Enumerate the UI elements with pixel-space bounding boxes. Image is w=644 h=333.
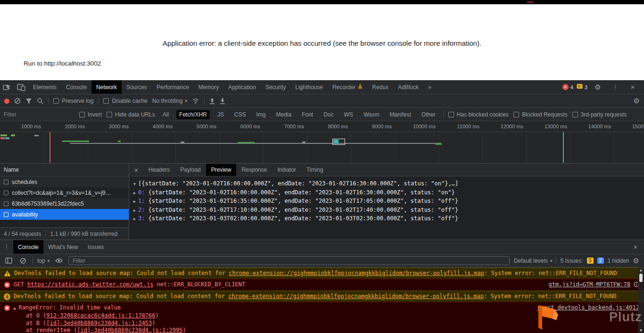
- filter-type-ws[interactable]: WS: [341, 110, 356, 119]
- stack-frame-link[interactable]: 912-32068cacac6c4add.js:1:178766: [46, 312, 155, 319]
- settings-gear-icon[interactable]: ⚙: [591, 83, 605, 92]
- filter-type-doc[interactable]: Doc: [321, 110, 336, 119]
- clear-console-icon[interactable]: [18, 258, 28, 264]
- filter-type-js[interactable]: JS: [215, 110, 227, 119]
- tab-recorder[interactable]: Recorder: [328, 80, 367, 94]
- source-map-link[interactable]: chrome-extension://gighmmpiobklfepjocnam…: [229, 270, 484, 276]
- third-party-requests-checkbox[interactable]: 3rd-party requests: [572, 111, 627, 118]
- record-network-log-icon[interactable]: [4, 99, 9, 104]
- console-error-message[interactable]: GET https://static.ads-twitter.com/uwt.j…: [0, 279, 644, 291]
- filter-type-font[interactable]: Font: [299, 110, 316, 119]
- collapse-triangle-icon[interactable]: ▼: [131, 180, 138, 189]
- console-settings-gear-icon[interactable]: ⚙: [633, 257, 639, 265]
- filter-type-media[interactable]: Media: [273, 110, 294, 119]
- kebab-menu-icon[interactable]: ⋮: [608, 83, 622, 91]
- tab-console[interactable]: Console: [61, 80, 91, 94]
- json-item-line[interactable]: ▶2:{startDate: "2023-01-02T17:10:00.000Z…: [131, 206, 642, 215]
- close-drawer-icon[interactable]: ×: [627, 240, 644, 254]
- console-sidebar-icon[interactable]: [3, 258, 14, 264]
- console-filter-input[interactable]: [68, 256, 510, 265]
- live-expression-eye-icon[interactable]: [54, 258, 64, 263]
- filter-type-all[interactable]: All: [160, 110, 172, 119]
- source-location-link[interactable]: gtm.js?id=GTM-MPT6TFW:78: [542, 281, 630, 288]
- detail-tab-response[interactable]: Response: [236, 164, 272, 176]
- expand-triangle-icon[interactable]: ▶: [131, 215, 138, 224]
- disable-cache-checkbox[interactable]: Disable cache: [103, 98, 147, 104]
- drawer-tab-whats-new[interactable]: What's New: [43, 240, 83, 254]
- network-settings-gear-icon[interactable]: ⚙: [634, 97, 640, 105]
- request-row[interactable]: collect?t=dc&aip=1&_r=3&v=1&_v=j9…: [0, 187, 129, 198]
- request-row-selected[interactable]: availability: [0, 209, 129, 220]
- expand-triangle-icon[interactable]: ▶: [131, 207, 138, 215]
- execution-context-selector[interactable]: top▾: [37, 258, 50, 264]
- filter-type-other[interactable]: Other: [419, 110, 438, 119]
- json-item-line[interactable]: ▶1:{startDate: "2023-01-02T16:35:00.000Z…: [131, 197, 642, 206]
- device-toolbar-icon[interactable]: [14, 80, 28, 94]
- json-item-line[interactable]: ▶3:{startDate: "2023-01-03T02:00:00.000Z…: [131, 215, 642, 224]
- detail-tab-timing[interactable]: Timing: [301, 164, 329, 176]
- preserve-log-checkbox[interactable]: Preserve log: [53, 98, 93, 104]
- import-har-icon[interactable]: [209, 98, 215, 104]
- issues-badge[interactable]: 3: [577, 83, 587, 91]
- filter-type-img[interactable]: Img: [253, 110, 268, 119]
- tab-sources[interactable]: Sources: [122, 80, 152, 94]
- tab-network[interactable]: Network: [91, 80, 122, 94]
- clear-network-log-icon[interactable]: [14, 98, 21, 104]
- drawer-tab-console[interactable]: Console: [13, 240, 43, 254]
- expand-triangle-icon[interactable]: ▶: [131, 198, 138, 206]
- detail-tab-preview[interactable]: Preview: [206, 164, 237, 176]
- more-tabs-button[interactable]: »: [423, 80, 436, 94]
- close-devtools-icon[interactable]: ×: [626, 83, 640, 91]
- tab-performance[interactable]: Performance: [152, 80, 194, 94]
- drawer-kebab-menu-icon[interactable]: ⋮: [0, 240, 13, 254]
- tab-lighthouse[interactable]: Lighthouse: [290, 80, 328, 94]
- issues-info-badge[interactable]: 2: [597, 258, 604, 264]
- tab-adblock[interactable]: AdBlock: [393, 80, 423, 94]
- close-detail-icon[interactable]: ×: [129, 164, 143, 176]
- issues-warning-badge[interactable]: 3: [587, 258, 594, 264]
- request-row[interactable]: 63b8d6753369ef13d22fdec5: [0, 198, 129, 209]
- request-row[interactable]: schedules: [0, 176, 129, 187]
- expand-triangle-icon[interactable]: ▶: [14, 305, 16, 312]
- tab-memory[interactable]: Memory: [194, 80, 223, 94]
- json-item-line[interactable]: ▶0:{startDate: "2023-01-02T16:00:00.000Z…: [131, 189, 642, 198]
- stack-frame-link[interactable]: [id]-3ed40b8869c238d4.js:1:2453: [46, 320, 152, 326]
- tab-redux[interactable]: Redux: [367, 80, 393, 94]
- log-levels-dropdown[interactable]: Default levels▾: [514, 258, 553, 264]
- scrollbar-thumb[interactable]: [639, 274, 643, 282]
- scroll-up-icon[interactable]: ▲: [640, 267, 642, 273]
- console-warning-message[interactable]: DevTools failed to load source map: Coul…: [0, 267, 644, 279]
- detail-tab-payload[interactable]: Payload: [175, 164, 206, 176]
- tab-application[interactable]: Application: [223, 80, 261, 94]
- filter-type-manifest[interactable]: Manifest: [387, 110, 413, 119]
- hidden-messages-label[interactable]: 1 hidden: [608, 258, 629, 264]
- detail-tab-initiator[interactable]: Initiator: [272, 164, 301, 176]
- invert-checkbox[interactable]: Invert: [79, 111, 102, 118]
- filter-funnel-icon[interactable]: [25, 98, 32, 104]
- network-overview-timeline[interactable]: 1000 ms2000 ms3000 ms4000 ms5000 ms6000 …: [0, 121, 644, 164]
- filter-type-fetch-xhr[interactable]: Fetch/XHR: [176, 110, 210, 119]
- network-filter-input[interactable]: [4, 111, 74, 118]
- tab-elements[interactable]: Elements: [28, 80, 61, 94]
- console-errors-badge[interactable]: ×4: [562, 84, 573, 90]
- scroll-down-icon[interactable]: ▼: [640, 328, 642, 333]
- tab-security[interactable]: Security: [261, 80, 290, 94]
- request-name-header[interactable]: Name: [0, 164, 129, 176]
- stack-frame-link[interactable]: [id]-3ed40b8869c238d4.js:1:2995: [77, 327, 182, 333]
- export-har-icon[interactable]: [220, 98, 225, 104]
- expand-triangle-icon[interactable]: ▶: [131, 189, 138, 198]
- hide-data-urls-checkbox[interactable]: Hide data URLs: [107, 111, 155, 118]
- source-map-link[interactable]: chrome-extension://gighmmpiobklfepjocnam…: [228, 293, 484, 300]
- has-blocked-cookies-checkbox[interactable]: Has blocked cookies: [448, 111, 509, 118]
- detail-tab-headers[interactable]: Headers: [143, 164, 175, 176]
- filter-type-css[interactable]: CSS: [231, 110, 249, 119]
- network-conditions-icon[interactable]: [192, 98, 199, 104]
- drawer-tab-issues[interactable]: Issues: [83, 240, 109, 254]
- issues-count-label[interactable]: 5 Issues:: [560, 258, 583, 264]
- throttling-dropdown[interactable]: No throttling▾: [152, 98, 187, 104]
- blocked-requests-checkbox[interactable]: Blocked Requests: [513, 111, 568, 118]
- search-icon[interactable]: [37, 98, 43, 104]
- json-root-line[interactable]: ▼[{startDate: "2023-01-02T16:00:00.000Z"…: [131, 180, 642, 189]
- inspect-icon[interactable]: [0, 80, 14, 94]
- console-warning-message[interactable]: 4 DevTools failed to load source map: Co…: [0, 291, 644, 302]
